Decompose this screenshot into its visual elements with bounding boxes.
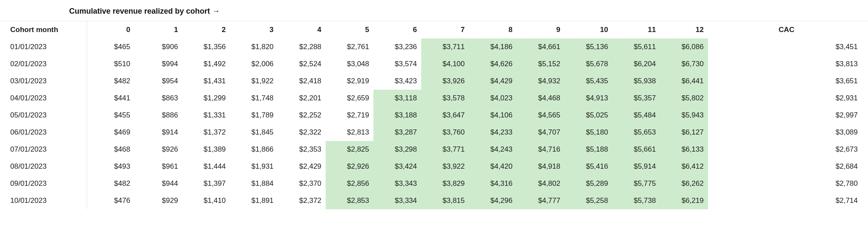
value-cell: $5,775 (612, 175, 660, 192)
value-cell: $6,262 (660, 175, 708, 192)
value-cell: $2,761 (326, 38, 373, 56)
value-cell: $2,006 (230, 56, 278, 73)
value-cell: $5,802 (660, 90, 708, 107)
cohort-month-cell: 05/01/2023 (0, 107, 87, 124)
spacer-cell (708, 175, 774, 192)
value-cell: $3,287 (373, 124, 421, 141)
value-cell: $1,866 (230, 141, 278, 158)
col-header-period-12: 12 (660, 21, 708, 39)
spacer-cell (708, 141, 774, 158)
value-cell: $4,316 (469, 175, 517, 192)
table-title: Cumulative revenue realized by cohort → (0, 7, 868, 21)
cac-cell: $3,813 (774, 56, 868, 73)
value-cell: $493 (87, 158, 134, 175)
value-cell: $6,086 (660, 38, 708, 56)
value-cell: $3,188 (373, 107, 421, 124)
value-cell: $5,661 (612, 141, 660, 158)
value-cell: $5,025 (565, 107, 612, 124)
value-cell: $5,678 (565, 56, 612, 73)
cac-cell: $2,780 (774, 175, 868, 192)
value-cell: $4,707 (517, 124, 565, 141)
value-cell: $1,820 (230, 38, 278, 56)
value-cell: $1,410 (182, 192, 230, 209)
value-cell: $4,716 (517, 141, 565, 158)
value-cell: $4,565 (517, 107, 565, 124)
value-cell: $2,919 (326, 73, 373, 90)
spacer-cell (708, 192, 774, 209)
value-cell: $4,296 (469, 192, 517, 209)
value-cell: $3,424 (373, 158, 421, 175)
col-header-period-4: 4 (278, 21, 326, 39)
table-row: 05/01/2023$455$886$1,331$1,789$2,252$2,7… (0, 107, 868, 124)
value-cell: $3,711 (421, 38, 469, 56)
value-cell: $4,802 (517, 175, 565, 192)
value-cell: $3,771 (421, 141, 469, 158)
cohort-table: Cohort month 0 1 2 3 4 5 6 7 8 9 10 11 1… (0, 21, 868, 209)
value-cell: $4,918 (517, 158, 565, 175)
value-cell: $4,023 (469, 90, 517, 107)
table-row: 07/01/2023$468$926$1,389$1,866$2,353$2,8… (0, 141, 868, 158)
value-cell: $5,914 (612, 158, 660, 175)
value-cell: $3,423 (373, 73, 421, 90)
value-cell: $2,719 (326, 107, 373, 124)
value-cell: $465 (87, 38, 134, 56)
value-cell: $476 (87, 192, 134, 209)
value-cell: $5,416 (565, 158, 612, 175)
value-cell: $3,760 (421, 124, 469, 141)
value-cell: $1,372 (182, 124, 230, 141)
value-cell: $482 (87, 175, 134, 192)
cac-cell: $2,673 (774, 141, 868, 158)
value-cell: $3,647 (421, 107, 469, 124)
value-cell: $914 (134, 124, 182, 141)
value-cell: $5,653 (612, 124, 660, 141)
value-cell: $2,813 (326, 124, 373, 141)
value-cell: $3,922 (421, 158, 469, 175)
col-header-period-6: 6 (373, 21, 421, 39)
value-cell: $5,357 (612, 90, 660, 107)
col-header-period-2: 2 (182, 21, 230, 39)
value-cell: $2,288 (278, 38, 326, 56)
value-cell: $5,938 (612, 73, 660, 90)
value-cell: $482 (87, 73, 134, 90)
value-cell: $3,574 (373, 56, 421, 73)
table-row: 10/01/2023$476$929$1,410$1,891$2,372$2,8… (0, 192, 868, 209)
value-cell: $1,299 (182, 90, 230, 107)
value-cell: $961 (134, 158, 182, 175)
value-cell: $1,492 (182, 56, 230, 73)
value-cell: $6,219 (660, 192, 708, 209)
table-row: 06/01/2023$469$914$1,372$1,845$2,322$2,8… (0, 124, 868, 141)
value-cell: $5,258 (565, 192, 612, 209)
value-cell: $2,201 (278, 90, 326, 107)
value-cell: $863 (134, 90, 182, 107)
value-cell: $455 (87, 107, 134, 124)
value-cell: $2,418 (278, 73, 326, 90)
value-cell: $1,845 (230, 124, 278, 141)
value-cell: $4,186 (469, 38, 517, 56)
cohort-month-cell: 02/01/2023 (0, 56, 87, 73)
value-cell: $2,524 (278, 56, 326, 73)
col-header-period-9: 9 (517, 21, 565, 39)
spacer-cell (708, 73, 774, 90)
table-row: 08/01/2023$493$961$1,444$1,931$2,429$2,9… (0, 158, 868, 175)
col-header-period-7: 7 (421, 21, 469, 39)
col-header-period-11: 11 (612, 21, 660, 39)
col-header-cac: CAC (774, 21, 868, 39)
value-cell: $5,188 (565, 141, 612, 158)
value-cell: $510 (87, 56, 134, 73)
cohort-month-cell: 04/01/2023 (0, 90, 87, 107)
value-cell: $1,884 (230, 175, 278, 192)
spacer-cell (708, 38, 774, 56)
value-cell: $4,932 (517, 73, 565, 90)
value-cell: $3,334 (373, 192, 421, 209)
col-header-cohort: Cohort month (0, 21, 87, 39)
col-spacer (708, 21, 774, 39)
value-cell: $954 (134, 73, 182, 90)
value-cell: $4,661 (517, 38, 565, 56)
col-header-period-1: 1 (134, 21, 182, 39)
value-cell: $1,397 (182, 175, 230, 192)
value-cell: $944 (134, 175, 182, 192)
value-cell: $469 (87, 124, 134, 141)
value-cell: $6,441 (660, 73, 708, 90)
value-cell: $4,777 (517, 192, 565, 209)
value-cell: $3,118 (373, 90, 421, 107)
